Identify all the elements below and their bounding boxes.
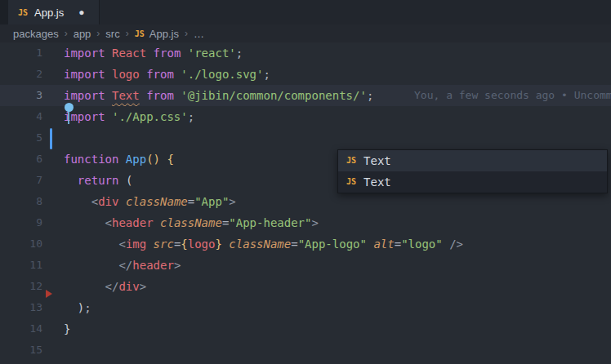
unsaved-changes-dot-icon[interactable]: ● — [78, 7, 84, 18]
code-line[interactable]: 5 — [0, 127, 611, 149]
code-line[interactable]: 14} — [0, 318, 611, 340]
token-id: logo — [112, 68, 146, 81]
suggest-label: Text — [363, 150, 391, 171]
code-line[interactable]: 15 — [0, 340, 611, 361]
token-ang: < — [118, 237, 125, 251]
line-number[interactable]: 2 — [0, 64, 42, 85]
code-lines: 1import React from 'react';2import logo … — [0, 42, 611, 361]
token-ang: < — [91, 195, 98, 208]
token-ang: > — [229, 195, 235, 208]
code-text: import React from 'react'; — [42, 42, 243, 64]
token-pun — [64, 301, 78, 314]
token-pun: ; — [236, 47, 243, 60]
token-pun — [64, 195, 91, 208]
line-number[interactable]: 5 — [0, 127, 42, 149]
line-number[interactable]: 6 — [0, 149, 42, 170]
token-pun — [64, 174, 78, 187]
breadcrumb-item-[interactable]: … — [194, 28, 204, 40]
token-str: './App.css' — [112, 110, 188, 123]
code-text: <img src={logo} className="App-logo" alt… — [42, 233, 463, 255]
token-kw: from — [146, 68, 181, 81]
tab-bar: JS App.js ● — [0, 0, 611, 24]
token-str: 'react' — [188, 47, 236, 60]
code-line[interactable]: 8 <div className="App"> — [0, 191, 611, 212]
code-line[interactable]: 1import React from 'react'; — [0, 42, 611, 64]
line-number[interactable]: 4 — [0, 106, 42, 127]
line-number[interactable]: 11 — [0, 255, 42, 276]
line-number[interactable]: 14 — [0, 318, 42, 340]
chevron-right-icon: › — [126, 28, 129, 39]
token-warn: Text — [112, 89, 140, 102]
line-number[interactable]: 1 — [0, 42, 42, 64]
code-line[interactable]: 11 </header> — [0, 255, 611, 276]
token-pun — [443, 237, 449, 251]
token-brk: () — [146, 153, 160, 166]
line-number[interactable]: 10 — [0, 233, 42, 255]
code-line[interactable]: 4import './App.css'; — [0, 106, 611, 127]
code-text: </header> — [42, 255, 181, 276]
code-text: <div className="App"> — [42, 191, 236, 212]
token-tag: img — [126, 237, 154, 251]
suggest-item-text[interactable]: JSText — [338, 171, 607, 193]
token-brk: { — [167, 153, 173, 166]
code-text: <header className="App-header"> — [42, 212, 319, 233]
suggest-label: Text — [363, 171, 391, 193]
suggest-widget: JSTextJSText — [337, 149, 608, 193]
git-blame-annotation: You, a few seconds ago • Uncommitted cha… — [414, 85, 611, 106]
javascript-symbol-icon: JS — [346, 171, 356, 193]
code-editor: 1import React from 'react';2import logo … — [0, 42, 611, 364]
code-text: function App() { — [42, 149, 174, 170]
line-number[interactable]: 12 — [0, 276, 42, 297]
token-str: './logo.svg' — [181, 68, 263, 81]
javascript-file-icon: JS — [18, 8, 28, 17]
code-line[interactable]: 10 <img src={logo} className="App-logo" … — [0, 233, 611, 255]
line-number[interactable]: 7 — [0, 170, 42, 191]
token-attr: src — [154, 237, 174, 251]
code-line[interactable]: 3import Text from '@jibin/common/compone… — [0, 85, 611, 106]
token-tag: header — [112, 216, 160, 229]
breadcrumb-item-packages[interactable]: packages — [13, 28, 59, 40]
code-line[interactable]: 12 </div> — [0, 276, 611, 297]
token-pun — [64, 216, 105, 229]
code-text: import Text from '@jibin/common/componen… — [42, 85, 373, 106]
suggest-item-text[interactable]: JSText — [338, 150, 607, 171]
breadcrumb-item-src[interactable]: src — [105, 28, 119, 40]
breadcrumb-item-app[interactable]: app — [74, 28, 91, 40]
collab-cursor-red-icon — [46, 290, 52, 298]
token-ang: </ — [105, 280, 119, 293]
token-ang: > — [311, 216, 318, 229]
token-id: logo — [188, 237, 216, 251]
line-number[interactable]: 9 — [0, 212, 42, 233]
collab-cursor-blue-icon — [65, 103, 74, 112]
line-number[interactable]: 13 — [0, 297, 42, 318]
code-line[interactable]: 13 ); — [0, 297, 611, 318]
line-number[interactable]: 8 — [0, 191, 42, 212]
token-tag: div — [118, 280, 139, 293]
token-str: "App-logo" — [298, 237, 367, 251]
tab-appjs[interactable]: JS App.js ● — [8, 0, 100, 24]
code-line[interactable]: 9 <header className="App-header"> — [0, 212, 611, 233]
token-pun: = — [291, 237, 297, 251]
token-pun — [64, 259, 118, 272]
token-pun: ; — [263, 68, 270, 81]
line-number[interactable]: 15 — [0, 340, 42, 361]
token-ang: > — [174, 259, 181, 272]
code-line[interactable]: 2import logo from './logo.svg'; — [0, 64, 611, 85]
token-tag: header — [132, 259, 174, 272]
token-pun: = — [395, 237, 401, 251]
token-tag: div — [98, 195, 126, 208]
chevron-right-icon: › — [65, 28, 68, 39]
token-attr: className — [160, 216, 222, 229]
breadcrumb-item-appjs[interactable]: App.js — [149, 28, 179, 40]
token-pun: ; — [367, 89, 373, 102]
line-number[interactable]: 3 — [0, 85, 42, 106]
token-id: React — [112, 47, 154, 60]
token-kw: return — [78, 174, 126, 187]
token-brl: ( — [126, 174, 132, 187]
token-pun: ; — [188, 110, 194, 123]
token-ang: /> — [449, 237, 463, 251]
tabbar-left-strip — [0, 0, 8, 24]
token-ang: </ — [118, 259, 132, 272]
token-brk: { — [181, 237, 187, 251]
token-str: "logo" — [401, 237, 443, 251]
